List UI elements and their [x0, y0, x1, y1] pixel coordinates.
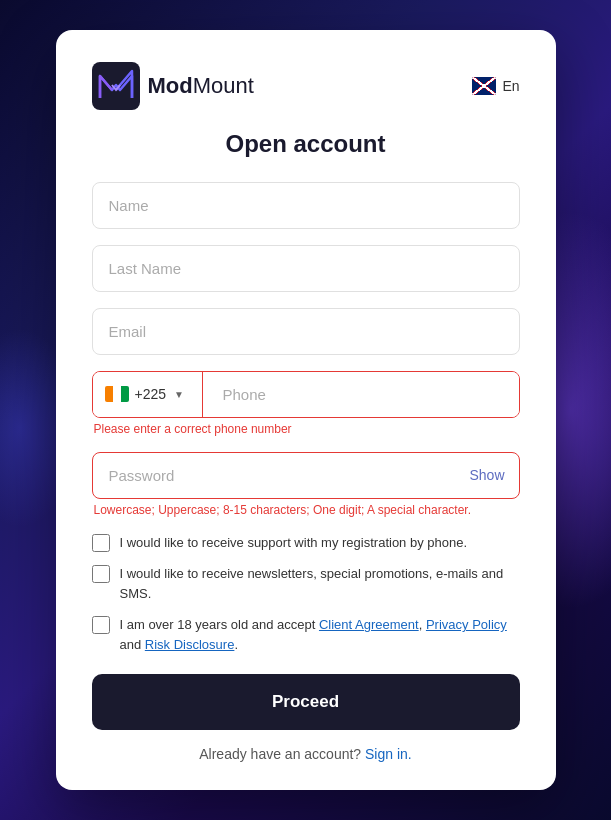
password-hint: Lowercase; Uppercase; 8-15 characters; O…	[92, 503, 520, 517]
client-agreement-link[interactable]: Client Agreement	[319, 617, 419, 632]
checkbox-phone-support-label: I would like to receive support with my …	[120, 533, 468, 553]
uk-flag-icon	[472, 77, 496, 95]
agreement-before-text: I am over 18 years old and accept	[120, 617, 319, 632]
checkbox-row-2: I would like to receive newsletters, spe…	[92, 564, 520, 603]
password-input[interactable]	[93, 453, 519, 498]
signin-link[interactable]: Sign in.	[365, 746, 412, 762]
phone-field-group: +225 ▼ Please enter a correct phone numb…	[92, 371, 520, 436]
country-code: +225	[135, 386, 167, 402]
checkbox-newsletters-label: I would like to receive newsletters, spe…	[120, 564, 520, 603]
logo-icon	[92, 62, 140, 110]
registration-card: ModMount En Open account +225 ▼	[56, 30, 556, 791]
phone-input[interactable]	[211, 372, 519, 417]
checkbox-phone-support[interactable]	[92, 534, 110, 552]
show-password-button[interactable]: Show	[469, 467, 504, 483]
email-field-group	[92, 308, 520, 355]
signin-prompt-text: Already have an account?	[199, 746, 361, 762]
checkbox-newsletters[interactable]	[92, 565, 110, 583]
language-label: En	[502, 78, 519, 94]
signin-section: Already have an account? Sign in.	[92, 746, 520, 762]
name-field-group	[92, 182, 520, 229]
privacy-policy-link[interactable]: Privacy Policy	[426, 617, 507, 632]
password-wrapper: Show	[92, 452, 520, 499]
country-selector[interactable]: +225 ▼	[93, 372, 203, 417]
checkbox-row-3: I am over 18 years old and accept Client…	[92, 615, 520, 654]
card-header: ModMount En	[92, 62, 520, 110]
phone-error-text: Please enter a correct phone number	[92, 422, 520, 436]
password-field-group: Show Lowercase; Uppercase; 8-15 characte…	[92, 452, 520, 517]
name-input[interactable]	[92, 182, 520, 229]
email-input[interactable]	[92, 308, 520, 355]
checkbox-age-agreement[interactable]	[92, 616, 110, 634]
lastname-field-group	[92, 245, 520, 292]
checkbox-group: I would like to receive support with my …	[92, 533, 520, 655]
logo: ModMount	[92, 62, 254, 110]
risk-disclosure-link[interactable]: Risk Disclosure	[145, 637, 235, 652]
ivory-coast-flag-icon	[105, 386, 129, 402]
checkbox-row-1: I would like to receive support with my …	[92, 533, 520, 553]
checkbox-age-agreement-label: I am over 18 years old and accept Client…	[120, 615, 520, 654]
logo-text: ModMount	[148, 73, 254, 99]
page-title: Open account	[92, 130, 520, 158]
language-selector[interactable]: En	[472, 77, 519, 95]
phone-row: +225 ▼	[92, 371, 520, 418]
proceed-button[interactable]: Proceed	[92, 674, 520, 730]
lastname-input[interactable]	[92, 245, 520, 292]
chevron-down-icon: ▼	[174, 389, 184, 400]
